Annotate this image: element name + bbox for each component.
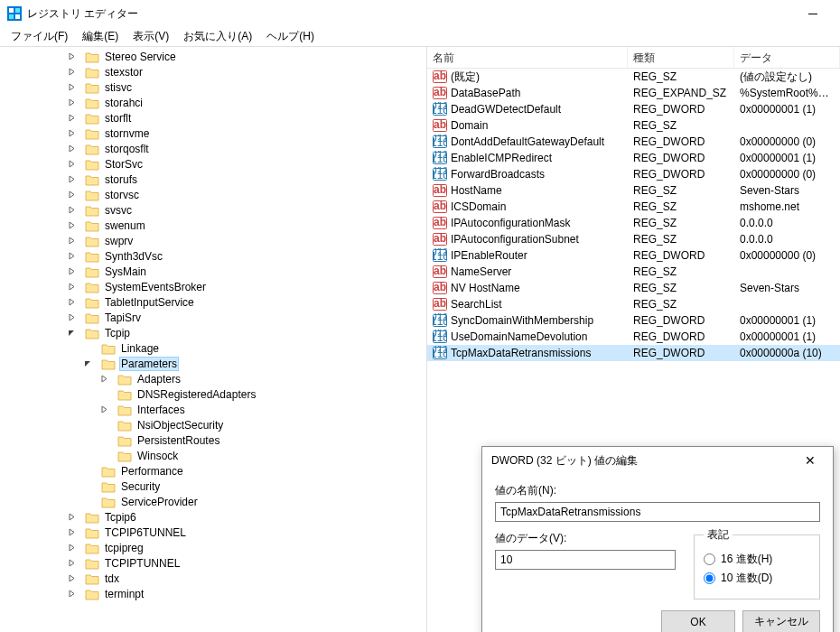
chevron-right-icon[interactable] [65,526,78,539]
tree-node-label[interactable]: storahci [103,97,145,109]
value-row[interactable]: NV HostNameREG_SZSeven-Stars [427,280,840,296]
value-name-input[interactable] [495,502,820,522]
chevron-right-icon[interactable] [65,204,78,217]
tree-node-label[interactable]: stisvc [103,81,134,94]
chevron-right-icon[interactable] [65,173,78,186]
tree-node[interactable]: stisvc [0,79,426,95]
tree-node[interactable]: svsvc [0,202,426,218]
tree-node[interactable]: terminpt [0,586,426,601]
radix-dec-radio[interactable] [704,572,715,584]
tree-node-label[interactable]: terminpt [103,588,145,600]
tree-node[interactable]: Stereo Service [0,49,426,64]
tree-node[interactable]: Synth3dVsc [0,248,426,264]
tree-node[interactable]: NsiObjectSecurity [0,417,426,432]
value-row[interactable]: SyncDomainWithMembershipREG_DWORD0x00000… [427,312,840,329]
tree-node-label[interactable]: DNSRegisteredAdapters [135,388,257,401]
tree-node[interactable]: swenum [0,218,426,233]
value-row[interactable]: DontAddDefaultGatewayDefaultREG_DWORD0x0… [427,134,840,150]
chevron-right-icon[interactable] [65,235,78,247]
tree-node[interactable]: storvsc [0,187,426,202]
registry-tree[interactable]: Stereo Servicestexstorstisvcstorahcistor… [0,47,427,632]
chevron-right-icon[interactable] [65,572,78,585]
value-row[interactable]: UseDomainNameDevolutionREG_DWORD0x000000… [427,329,840,345]
chevron-right-icon[interactable] [65,511,78,524]
chevron-right-icon[interactable] [65,588,78,600]
cancel-button[interactable]: キャンセル [742,610,820,632]
chevron-right-icon[interactable] [65,219,78,232]
tree-node-label[interactable]: storufs [103,173,139,186]
menu-help[interactable]: ヘルプ(H) [259,27,322,46]
tree-node[interactable]: storufs [0,172,426,187]
chevron-right-icon[interactable] [65,296,78,309]
tree-node-label[interactable]: StorSvc [103,158,145,171]
tree-node[interactable]: swprv [0,233,426,248]
tree-node-label[interactable]: TCPIP6TUNNEL [103,526,188,539]
tree-node[interactable]: tcpipreg [0,540,426,555]
chevron-right-icon[interactable] [65,250,78,263]
value-row[interactable]: SearchListREG_SZ [427,296,840,312]
value-row[interactable]: DataBasePathREG_EXPAND_SZ%SystemRoot%¥Sy… [427,85,840,101]
chevron-right-icon[interactable] [65,265,78,278]
chevron-right-icon[interactable] [65,112,78,125]
tree-node-label[interactable]: Tcpip [103,327,132,339]
value-row[interactable]: HostNameREG_SZSeven-Stars [427,182,840,199]
value-row[interactable]: ICSDomainREG_SZmshome.net [427,199,840,215]
tree-node[interactable]: Linkage [0,340,426,356]
tree-node-label[interactable]: storqosflt [103,143,151,155]
radix-hex-radio[interactable] [704,553,715,565]
tree-node-label[interactable]: Security [119,480,162,493]
value-row[interactable]: DeadGWDetectDefaultREG_DWORD0x00000001 (… [427,101,840,117]
tree-node[interactable]: Security [0,479,426,494]
tree-node-label[interactable]: stornvme [103,127,151,140]
tree-node-label[interactable]: PersistentRoutes [135,434,221,447]
menu-edit[interactable]: 編集(E) [75,27,126,46]
tree-node[interactable]: storahci [0,95,426,110]
tree-node-label[interactable]: SysMain [103,265,148,278]
tree-node-label[interactable]: storvsc [103,189,141,201]
tree-node-label[interactable]: svsvc [103,204,134,217]
col-header-data[interactable]: データ [734,47,840,68]
tree-node-label[interactable]: Interfaces [135,404,187,416]
tree-node[interactable]: storflt [0,110,426,125]
chevron-right-icon[interactable] [65,311,78,324]
chevron-right-icon[interactable] [65,127,78,140]
tree-node-label[interactable]: Tcpip6 [103,511,138,524]
tree-node[interactable]: Performance [0,463,426,479]
tree-node[interactable]: Parameters [0,356,426,371]
chevron-right-icon[interactable] [65,66,78,79]
tree-node[interactable]: TabletInputService [0,294,426,310]
tree-node[interactable]: Adapters [0,371,426,386]
close-icon[interactable]: ✕ [797,447,824,474]
tree-node[interactable]: TCPIP6TUNNEL [0,525,426,540]
tree-node-label[interactable]: Parameters [119,357,179,371]
tree-node[interactable]: Tcpip6 [0,509,426,525]
chevron-right-icon[interactable] [65,143,78,155]
radix-dec-option[interactable]: 10 進数(D) [704,571,810,586]
chevron-right-icon[interactable] [65,281,78,293]
tree-node[interactable]: ServiceProvider [0,494,426,509]
tree-node-label[interactable]: Stereo Service [103,51,178,63]
dialog-titlebar[interactable]: DWORD (32 ビット) 値の編集 ✕ [482,447,833,474]
tree-node-label[interactable]: SystemEventsBroker [103,281,208,293]
tree-node-label[interactable]: swenum [103,219,147,232]
value-data-input[interactable] [495,550,676,570]
value-row[interactable]: (既定)REG_SZ(値の設定なし) [427,69,840,85]
value-row[interactable]: EnableICMPRedirectREG_DWORD0x00000001 (1… [427,150,840,166]
tree-node-label[interactable]: Adapters [135,373,182,386]
tree-node-label[interactable]: TapiSrv [103,311,143,324]
chevron-down-icon[interactable] [81,358,94,370]
tree-node[interactable]: stornvme [0,125,426,141]
chevron-right-icon[interactable] [65,81,78,94]
tree-node[interactable]: tdx [0,571,426,586]
tree-node-label[interactable]: swprv [103,235,135,247]
tree-node[interactable]: StorSvc [0,156,426,172]
menu-file[interactable]: ファイル(F) [4,27,75,46]
menu-favorites[interactable]: お気に入り(A) [176,27,259,46]
tree-node-label[interactable]: TCPIPTUNNEL [103,557,182,570]
tree-node-label[interactable]: Synth3dVsc [103,250,164,263]
tree-node-label[interactable]: stexstor [103,66,145,79]
chevron-right-icon[interactable] [65,51,78,63]
ok-button[interactable]: OK [661,610,735,632]
value-row[interactable]: ForwardBroadcastsREG_DWORD0x00000000 (0) [427,166,840,182]
value-row[interactable]: TcpMaxDataRetransmissionsREG_DWORD0x0000… [427,345,840,361]
